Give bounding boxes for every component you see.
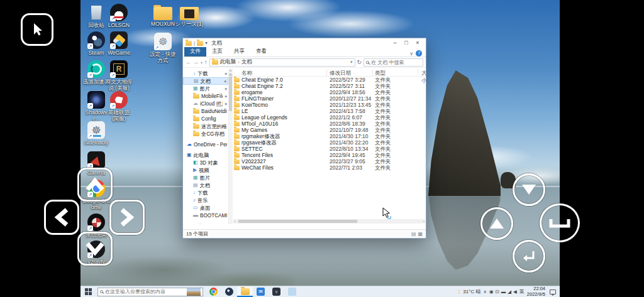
breadcrumb-item-pc[interactable]: 此电脑 bbox=[220, 58, 236, 66]
desktop-icon-lor[interactable]: ↗符文大地传说 (美服) bbox=[104, 60, 133, 92]
file-row[interactable]: KoeiTecmo2021/12/23 13:45文件夹 bbox=[229, 102, 426, 108]
thumbnails-view-icon[interactable]: ▦ bbox=[418, 231, 423, 237]
maximize-button[interactable]: □ bbox=[401, 39, 412, 47]
ribbon-tab-文件[interactable]: 文件 bbox=[184, 47, 206, 57]
overlay-dpad-right-button[interactable] bbox=[109, 200, 145, 235]
file-row[interactable]: FLiNGTrainer2020/12/27 21:34文件夹 bbox=[229, 95, 426, 102]
taskbar-search-box[interactable] bbox=[97, 288, 203, 296]
taskbar-app-steamdark[interactable] bbox=[221, 286, 237, 297]
file-row[interactable]: erogame2022/9/4 18:56文件夹 bbox=[229, 89, 426, 95]
scroll-right-icon[interactable]: › bbox=[423, 219, 425, 224]
taskbar-search-input[interactable] bbox=[105, 289, 185, 294]
overlay-dpad-left-button[interactable] bbox=[44, 200, 79, 235]
sidebar-item-文档[interactable]: ▤文档◆ bbox=[183, 77, 228, 85]
overlay-dpad-up-button[interactable] bbox=[77, 168, 113, 202]
desktop-icon-gears[interactable]: ↗設定 - 快捷方式 bbox=[148, 33, 177, 64]
taskbar-app-lightblue[interactable] bbox=[284, 286, 300, 297]
sidebar-item-3D 对象[interactable]: ◧3D 对象 bbox=[183, 159, 228, 166]
sidebar-item-OneDrive - Persc[interactable]: ☁OneDrive - Persc bbox=[183, 141, 228, 148]
desktop-icon-folder-dark[interactable]: シリーズ(1) bbox=[175, 4, 204, 28]
sidebar-item-全CG存档[interactable]: 全CG存档 bbox=[183, 130, 228, 138]
refresh-icon[interactable]: ↻ bbox=[357, 59, 362, 65]
taskbar-app-dark[interactable]: v bbox=[269, 286, 284, 297]
hidden-icons-chevron[interactable]: ∧ bbox=[483, 289, 487, 294]
up-icon[interactable]: ↑ bbox=[204, 59, 208, 65]
sidebar-item-MobileFile[interactable]: MobileFile◆ bbox=[183, 92, 228, 100]
taskbar-app-mail[interactable]: ✉ bbox=[253, 286, 269, 297]
record-icon[interactable]: ◉ bbox=[489, 289, 494, 294]
explorer-search-input[interactable] bbox=[371, 60, 421, 65]
file-row[interactable]: Cheat Engine 7.22022/5/27 3:11文件夹 bbox=[229, 83, 426, 89]
address-dropdown-icon[interactable]: ▾ bbox=[350, 60, 353, 65]
sidebar-item-文档[interactable]: ▤文档 bbox=[183, 181, 228, 189]
desktop-icon-qq[interactable]: ↗LOLSGN bbox=[104, 4, 133, 29]
sidebar-item-BaiduNetdiskD[interactable]: BaiduNetdiskD bbox=[183, 107, 228, 115]
overlay-arrow-up-button[interactable] bbox=[480, 207, 513, 240]
sidebar-item-网络[interactable]: ◍网络 bbox=[183, 222, 228, 224]
qat-dropdown-icon[interactable]: ▾ bbox=[205, 40, 208, 46]
sidebar-item-桌面[interactable]: ▭桌面 bbox=[183, 204, 228, 212]
sidebar-item-图片[interactable]: ▦图片 bbox=[183, 174, 228, 181]
file-row[interactable]: V20223272022/3/27 9:05文件夹 bbox=[229, 158, 426, 165]
file-row[interactable]: Tencent Files2022/9/4 19:45文件夹 bbox=[229, 152, 426, 158]
desktop-icon-lol[interactable]: ↗英雄联盟 (国服) bbox=[104, 91, 133, 122]
ribbon-collapse-icon[interactable]: ∨ bbox=[409, 51, 413, 57]
file-row[interactable]: SETTEC2022/8/10 13:34文件夹 bbox=[229, 146, 426, 152]
overlay-dpad-down-button[interactable] bbox=[77, 232, 113, 266]
close-button[interactable]: × bbox=[412, 39, 423, 47]
file-row[interactable]: Cheat Engine 7.02022/5/27 3:29文件夹 bbox=[229, 77, 426, 83]
overlay-enter-button[interactable] bbox=[513, 240, 545, 273]
desktop-icon-folder-desk[interactable]: MOUXUN bbox=[148, 4, 177, 28]
app-tray-icon[interactable]: ⊡ bbox=[495, 289, 499, 294]
sidebar-item-Config[interactable]: Config bbox=[183, 115, 228, 122]
bing-daily-image[interactable] bbox=[187, 288, 201, 296]
file-row[interactable]: My Games2021/10/7 19:48文件夹 bbox=[229, 127, 426, 133]
sidebar-item-迷宫里的格蕾丝[interactable]: 迷宫里的格蕾丝 bbox=[183, 122, 228, 130]
ribbon-tab-共享[interactable]: 共享 bbox=[228, 47, 250, 57]
start-button[interactable] bbox=[85, 288, 92, 296]
weather-moon-icon[interactable]: ☽ bbox=[455, 289, 460, 295]
taskbar-clock[interactable]: 22:04 2022/9/5 bbox=[527, 286, 545, 297]
horizontal-scrollbar-thumb[interactable] bbox=[238, 220, 357, 223]
minimize-button[interactable]: – bbox=[389, 39, 401, 47]
sidebar-item-图片[interactable]: ▦图片◆ bbox=[183, 85, 228, 92]
desktop-icon-sideloadly[interactable]: ↗Sideloadly bbox=[82, 121, 111, 146]
sidebar-item-BOOTCAMP (C:[interactable]: ▬BOOTCAMP (C: bbox=[183, 212, 228, 219]
volume-icon[interactable]: ◀ bbox=[513, 289, 517, 294]
taskbar-app-expl[interactable] bbox=[237, 286, 253, 297]
scroll-left-icon[interactable]: ‹ bbox=[234, 219, 235, 224]
horizontal-scrollbar[interactable]: ‹ › bbox=[233, 219, 425, 224]
overlay-mouse-mode-button[interactable] bbox=[21, 13, 53, 46]
battery-icon[interactable]: ▬ bbox=[501, 289, 506, 294]
sidebar-item-iCloud 照片[interactable]: ☁iCloud 照片◆ bbox=[183, 100, 228, 107]
sidebar-item-下载[interactable]: ↓下载 bbox=[183, 189, 228, 197]
quick-access-toolbar[interactable]: | ▾ bbox=[186, 40, 208, 46]
breadcrumb[interactable]: 此电脑 › 文档 ▾ bbox=[209, 58, 355, 67]
file-row[interactable]: rpgsave修改器2021/4/30 22:20文件夹 bbox=[229, 139, 426, 146]
file-row[interactable]: rpgmaker修改器2021/4/30 17:10文件夹 bbox=[229, 133, 426, 139]
ribbon-tab-主页[interactable]: 主页 bbox=[206, 47, 228, 57]
sidebar-item-下载[interactable]: ↓下载◆ bbox=[183, 70, 228, 77]
file-row[interactable]: WeChat Files2022/7/1 2:03文件夹 bbox=[229, 165, 426, 171]
forward-icon[interactable]: → bbox=[193, 59, 199, 65]
file-row[interactable]: MTool_A10U162022/8/6 18:39文件夹 bbox=[229, 121, 426, 127]
sidebar-item-视频[interactable]: ▶视频 bbox=[183, 166, 228, 174]
explorer-search-box[interactable] bbox=[364, 58, 423, 67]
history-dropdown-icon[interactable]: ▾ bbox=[201, 60, 203, 65]
details-view-icon[interactable]: ▤ bbox=[411, 231, 416, 237]
ribbon-tab-查看[interactable]: 查看 bbox=[250, 47, 272, 57]
file-row[interactable]: LE2022/4/13 7:58文件夹 bbox=[229, 108, 426, 114]
sidebar-item-音乐[interactable]: ♪音乐 bbox=[183, 197, 228, 204]
file-row[interactable]: League of Legends2022/1/2 6:07文件夹 bbox=[229, 114, 426, 121]
taskbar-app-chrome[interactable] bbox=[206, 286, 221, 297]
ime-indicator[interactable]: 英 bbox=[519, 288, 525, 295]
overlay-arrow-down-button[interactable] bbox=[513, 173, 545, 206]
action-center-icon[interactable] bbox=[550, 289, 556, 294]
desktop-icon-wegame[interactable]: ↗WeGame bbox=[104, 31, 133, 57]
help-icon[interactable]: ? bbox=[416, 50, 422, 57]
overlay-spacebar-button[interactable] bbox=[540, 203, 580, 242]
back-icon[interactable]: ← bbox=[186, 59, 191, 65]
network-icon[interactable]: ◢ bbox=[508, 289, 511, 294]
breadcrumb-item-docs[interactable]: 文档 bbox=[242, 58, 252, 66]
weather-text[interactable]: 31°C 晴 bbox=[463, 288, 480, 295]
